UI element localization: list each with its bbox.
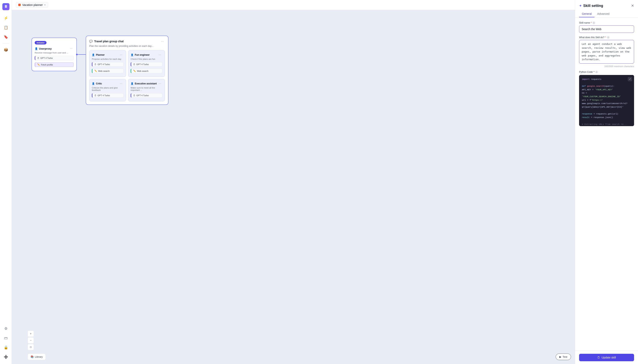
agent-card-critic: 👤 Critic ··· Criticize the plans and giv… [89, 79, 126, 101]
planner-title: 👤 Planner [92, 54, 105, 56]
project-name: Vacation planner [22, 3, 43, 6]
close-panel-button[interactable]: ✕ [631, 4, 634, 8]
group-chat-title: 💬 Travel plan group chat [89, 40, 124, 43]
planner-icon: 👤 [92, 54, 95, 56]
critic-model-badge[interactable]: 🗒 GPT 4 Turbo [92, 93, 124, 98]
app-logo[interactable] [2, 3, 10, 10]
required-star-3: * [593, 71, 594, 74]
executive-menu-btn[interactable]: ··· [157, 82, 162, 86]
library-button[interactable]: 📚 Library [28, 354, 46, 360]
sidebar-item-settings[interactable]: ⚙ [2, 325, 10, 332]
code-line-8: www.googleapis.com/customsearch/v1? [582, 102, 631, 106]
fun-engineer-menu-btn[interactable]: ··· [157, 53, 162, 57]
code-line-1: import requests [582, 78, 631, 81]
library-icon: 📚 [31, 355, 34, 358]
userproxy-title: 👤 Userproxy [35, 47, 52, 50]
initiator-menu-btn[interactable]: ··· [69, 46, 74, 51]
skill-setting-icon: ✦ [579, 4, 582, 8]
critic-title: 👤 Critic [92, 82, 102, 85]
char-count: 160/2000 maximum characters [579, 65, 634, 68]
planner-menu-btn[interactable]: ··· [119, 53, 124, 57]
arrow-line [77, 54, 86, 55]
header: Vacation planner ▾ [12, 0, 575, 10]
zoom-fit-button[interactable]: ⊡ [28, 344, 34, 350]
what-textarea[interactable] [579, 40, 634, 64]
fun-engineer-model-badge[interactable]: 🗒 GPT 4 Turbo [131, 62, 162, 66]
model-icon: 🗒 [94, 94, 97, 96]
bottom-bar: 📚 Library [28, 354, 46, 360]
required-star: * [591, 22, 592, 24]
code-line-10 [582, 109, 631, 112]
initiator-node: Initiator 👤 Userproxy ··· Receive messag… [32, 38, 77, 71]
planner-model-badge[interactable]: 🗒 GPT 4 Turbo [92, 62, 124, 66]
code-line-13 [582, 119, 631, 123]
planner-skill-badge[interactable]: ✏️ Web search [92, 69, 124, 73]
initiator-desc: Receive message from user and ... [35, 52, 74, 54]
sidebar-item-docs[interactable]: 📋 [2, 24, 10, 32]
chat-icon: 💬 [89, 40, 93, 43]
project-color-dot [18, 4, 21, 6]
code-line-7: url = f'https:// [582, 98, 631, 102]
right-panel: ✦ Skill setting ✕ General Advanced Skill… [575, 0, 638, 364]
fun-engineer-desc: Check if the plans are fun [131, 58, 162, 60]
fun-engineer-title: 👤 Fun engineer [131, 54, 149, 56]
model-icon: 🗒 [94, 63, 97, 66]
skill-name-info-icon[interactable]: i [592, 22, 595, 24]
zoom-in-button[interactable]: + [28, 330, 34, 337]
sidebar-item-add[interactable]: ➕ [2, 353, 10, 361]
fun-engineer-skill-badge[interactable]: ✏️ Web search [131, 69, 162, 73]
executive-model-badge[interactable]: 🗒 GPT 4 Turbo [131, 93, 162, 98]
code-line-9: q={query}&key={API_KEY}&cx={CX}' [582, 106, 631, 109]
sidebar: ⚡ 📋 🔖 📦 ⚙ 🗃 🔒 ➕ [0, 0, 12, 364]
code-expand-button[interactable]: ⤢ [628, 77, 632, 81]
canvas-area: Initiator 👤 Userproxy ··· Receive messag… [12, 10, 575, 364]
zoom-in-icon: + [30, 332, 32, 336]
sidebar-item-lock[interactable]: 🔒 [2, 344, 10, 352]
model-badge-userproxy[interactable]: 🗒 GPT 4 Turbo [35, 56, 74, 60]
skill-name-label: Skill name * i [579, 22, 634, 24]
critic-icon: 👤 [92, 82, 95, 85]
code-line-6: 'YOUR_CUSTOM_SEARCH_ENGINE_ID' [582, 95, 631, 98]
executive-title: 👤 Executive assistant [131, 82, 157, 85]
code-line-4: API_KEY = 'YOUR_API_KEY' [582, 88, 631, 92]
code-line-14: # Extracting URLs from search re... [582, 123, 631, 126]
logo-icon [4, 4, 8, 9]
zoom-out-icon: − [30, 338, 32, 342]
project-selector[interactable]: Vacation planner ▾ [16, 2, 48, 8]
panel-body: Skill name * i What does this Skill do? … [575, 18, 638, 351]
executive-desc: Make sure to meet all the important ... [131, 86, 162, 91]
test-button[interactable]: ▶ Test [556, 354, 571, 360]
sidebar-bottom: ⚙ 🗃 🔒 ➕ [2, 325, 10, 361]
sidebar-item-workflow[interactable]: ⚡ [2, 14, 10, 22]
python-info-icon[interactable]: i [595, 71, 598, 74]
arrow-dot [76, 54, 78, 55]
play-icon: ▶ [559, 355, 561, 358]
sidebar-item-archive[interactable]: 🗃 [2, 334, 10, 342]
user-icon: 👤 [35, 47, 38, 50]
zoom-fit-icon: ⊡ [30, 346, 32, 348]
model-icon: 🗒 [133, 63, 135, 66]
sidebar-divider [3, 43, 9, 44]
required-star-2: * [605, 36, 606, 39]
agent-card-planner: 👤 Planner ··· Propose activities for eac… [89, 50, 126, 77]
skill-name-input[interactable] [579, 26, 634, 33]
sidebar-item-packages[interactable]: 📦 [2, 46, 10, 54]
update-skill-button[interactable]: 🗒 Update skill [579, 354, 634, 361]
code-line-2 [582, 81, 631, 85]
zoom-out-button[interactable]: − [28, 337, 34, 344]
skill-badge-userproxy[interactable]: ✏️ Fetch profile [35, 62, 74, 67]
group-chat-menu-btn[interactable]: ··· [160, 39, 165, 44]
tab-general[interactable]: General [579, 10, 594, 17]
sidebar-item-bookmark[interactable]: 🔖 [2, 33, 10, 41]
fun-engineer-icon: 👤 [131, 54, 134, 56]
skill-icon: ✏️ [133, 70, 136, 72]
tab-advanced[interactable]: Advanced [594, 10, 612, 17]
code-line-12: result = response.json() [582, 116, 631, 120]
agent-card-executive: 👤 Executive assistant ··· Make sure to m… [128, 79, 165, 101]
agent-card-fun-engineer: 👤 Fun engineer ··· Check if the plans ar… [128, 50, 165, 77]
planner-desc: Propose activities for each day [92, 58, 124, 60]
panel-footer: 🗒 Update skill [575, 351, 638, 364]
critic-menu-btn[interactable]: ··· [119, 82, 124, 86]
model-icon: 🗒 [133, 94, 135, 96]
what-info-icon[interactable]: i [607, 36, 610, 39]
